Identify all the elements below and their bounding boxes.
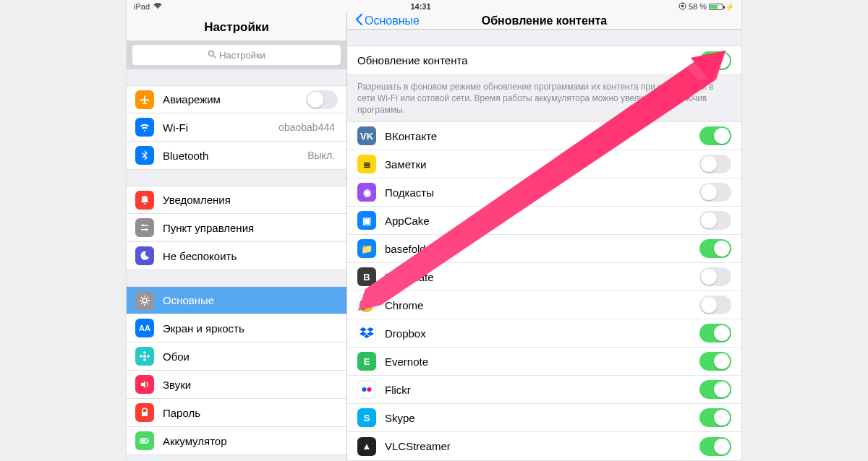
chevron-left-icon	[354, 13, 363, 29]
app-row-flickr[interactable]: Flickr	[347, 376, 741, 404]
master-toggle-group: Обновление контента	[347, 46, 741, 75]
apps-group: VKВКонтакте≣Заметки◉Подкасты▣AppCake📁bas…	[347, 121, 741, 461]
notes-toggle[interactable]	[699, 155, 731, 173]
search-input[interactable]: Настройки	[132, 45, 341, 65]
status-bar: iPad 14:31 58 % ⚡	[127, 0, 741, 13]
app-row-basefolder[interactable]: 📁basefolder	[347, 235, 741, 263]
sidebar-item-general[interactable]: Основные	[127, 286, 346, 314]
app-row-vk[interactable]: VKВКонтакте	[347, 122, 741, 150]
podcasts-toggle[interactable]	[699, 183, 731, 202]
app-row-podcasts[interactable]: ◉Подкасты	[347, 178, 741, 207]
svg-line-16	[148, 297, 149, 298]
charging-icon: ⚡	[726, 3, 734, 11]
search-placeholder: Настройки	[219, 50, 265, 61]
svg-point-17	[143, 355, 146, 358]
sidebar-item-label: Звуки	[163, 379, 338, 391]
flickr-toggle[interactable]	[699, 380, 731, 399]
dropbox-toggle[interactable]	[699, 324, 731, 342]
svg-point-20	[140, 355, 142, 358]
vk-toggle[interactable]	[699, 126, 731, 145]
chrome-toggle[interactable]	[699, 296, 731, 314]
app-row-dropbox[interactable]: Dropbox	[347, 319, 741, 348]
podcasts-app-icon: ◉	[357, 183, 376, 202]
svg-marker-33	[364, 335, 370, 338]
sidebar-item-display[interactable]: AAЭкран и яркость	[127, 314, 346, 342]
svg-point-28	[364, 302, 370, 308]
svg-rect-34	[359, 382, 375, 397]
svg-point-2	[209, 51, 214, 56]
basefolder-toggle[interactable]	[699, 239, 731, 258]
app-row-skype[interactable]: SSkype	[347, 404, 741, 432]
svg-rect-22	[142, 412, 148, 416]
battery-icon	[709, 4, 723, 10]
svg-rect-4	[141, 225, 148, 226]
sidebar-item-bluetooth[interactable]: BluetoothВыкл.	[127, 142, 346, 170]
detail-pane[interactable]: Основные Обновление контента Обновление …	[347, 13, 741, 461]
sidebar-item-dnd[interactable]: Не беспокоить	[127, 242, 346, 270]
app-label: VLCStreamer	[385, 440, 699, 452]
back-button[interactable]: Основные	[354, 13, 420, 29]
skype-toggle[interactable]	[699, 408, 731, 427]
svg-line-13	[141, 297, 142, 298]
background-refresh-master-toggle[interactable]	[699, 51, 731, 70]
svg-point-21	[147, 355, 150, 358]
clock: 14:31	[163, 2, 678, 11]
app-label: AppCake	[385, 215, 699, 227]
svg-point-18	[143, 351, 146, 354]
bell-icon	[135, 191, 154, 210]
svg-point-5	[142, 224, 145, 226]
sidebar-item-label: Обои	[163, 350, 338, 363]
vlc-toggle[interactable]	[699, 437, 731, 456]
sidebar-item-label: Авиарежим	[163, 93, 306, 105]
background-refresh-master-row[interactable]: Обновление контента	[347, 46, 741, 74]
sidebar-item-battery[interactable]: Аккумулятор	[127, 427, 346, 455]
airplane-icon	[135, 90, 154, 109]
wifi-icon	[135, 118, 154, 137]
evernote-app-icon: E	[357, 352, 376, 371]
detail-header: Основные Обновление контента	[347, 13, 741, 30]
app-row-appcake[interactable]: ▣AppCake	[347, 207, 741, 235]
app-row-evernote[interactable]: EEvernote	[347, 348, 741, 376]
app-label: Подкасты	[385, 186, 699, 199]
chrome-app-icon	[357, 296, 376, 314]
speaker-icon	[135, 375, 154, 394]
sidebar-item-sounds[interactable]: Звуки	[127, 371, 346, 399]
back-label: Основные	[365, 14, 420, 27]
airplane-toggle[interactable]	[306, 90, 338, 109]
sidebar-item-wallpaper[interactable]: Обои	[127, 342, 346, 371]
sidebar-item-label: Не беспокоить	[163, 250, 338, 262]
appcake-app-icon: ▣	[357, 211, 376, 230]
sliders-icon	[135, 218, 154, 237]
footnote: Разрешать в фоновом режиме обновление пр…	[347, 75, 741, 116]
evernote-toggle[interactable]	[699, 352, 731, 371]
app-row-notes[interactable]: ≣Заметки	[347, 150, 741, 178]
sidebar-item-label: Bluetooth	[163, 150, 307, 162]
notes-app-icon: ≣	[357, 155, 376, 173]
app-row-chrome[interactable]: Chrome	[347, 291, 741, 319]
sidebar-item-label: Пароль	[163, 407, 338, 419]
app-row-bookmate[interactable]: BBookmate	[347, 263, 741, 291]
sidebar-item-notifications[interactable]: Уведомления	[127, 186, 346, 214]
sidebar-item-passcode[interactable]: Пароль	[127, 399, 346, 427]
sidebar-item-label: Уведомления	[163, 194, 338, 206]
app-row-vlc[interactable]: ▲VLCStreamer	[347, 432, 741, 460]
sidebar-title: Настройки	[127, 13, 346, 40]
app-label: basefolder	[385, 243, 699, 255]
skype-app-icon: S	[357, 408, 376, 427]
vk-app-icon: VK	[357, 126, 376, 145]
moon-icon	[135, 246, 154, 265]
bluetooth-icon	[135, 146, 154, 165]
search-wrap: Настройки	[127, 40, 346, 69]
app-label: Skype	[385, 412, 699, 424]
svg-line-3	[213, 56, 216, 58]
bookmate-toggle[interactable]	[699, 267, 731, 286]
sidebar-item-wifi[interactable]: Wi-Fiobaobab444	[127, 113, 346, 142]
sidebar-item-airplane[interactable]: Авиарежим	[127, 85, 346, 113]
appcake-toggle[interactable]	[699, 211, 731, 230]
settings-sidebar[interactable]: Настройки Настройки АвиарежимWi-Fiobaoba…	[127, 13, 347, 461]
AA-icon: AA	[135, 319, 154, 337]
svg-point-36	[367, 387, 372, 392]
sidebar-item-control-center[interactable]: Пункт управления	[127, 214, 346, 242]
svg-marker-29	[359, 327, 367, 332]
app-label: ВКонтакте	[385, 130, 699, 142]
